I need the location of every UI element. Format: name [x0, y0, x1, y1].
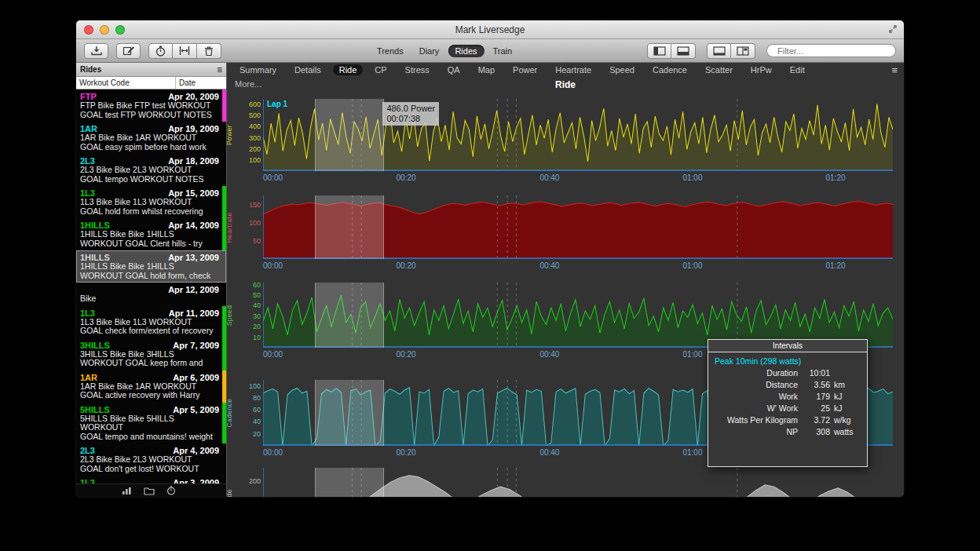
stat-value: 10:01	[802, 367, 830, 379]
tab-map[interactable]: Map	[472, 64, 501, 75]
workout-row[interactable]: 5HILLSApr 5, 20095HILLS Bike Bike 5HILLS…	[76, 403, 226, 444]
split-view-icon	[737, 46, 749, 56]
delete-activity-button[interactable]	[197, 43, 221, 59]
interval-name: Peak 10min (298 watts)	[715, 356, 861, 367]
workout-row[interactable]: 3HILLSApr 7, 20093HILLS Bike Bike 3HILLS…	[76, 338, 226, 370]
filter-field[interactable]	[766, 44, 896, 57]
filter-input[interactable]	[776, 46, 890, 57]
stopwatch-icon	[155, 46, 166, 57]
nav-trends[interactable]: Trends	[370, 45, 411, 57]
x-tick-label: 00:20	[397, 261, 416, 270]
altitude-plot[interactable]	[263, 468, 893, 497]
workout-row[interactable]: 1HILLSApr 14, 20091HILLS Bike Bike 1HILL…	[76, 218, 226, 250]
selection-region[interactable]	[315, 283, 385, 348]
selection-region[interactable]	[315, 195, 385, 259]
tab-stress[interactable]: Stress	[399, 64, 436, 75]
workout-row[interactable]: 1L3Apr 3, 2009	[76, 476, 226, 483]
heartrate-plot[interactable]	[263, 195, 893, 259]
tab-hrpw[interactable]: HrPw	[744, 64, 778, 75]
workout-row[interactable]: Apr 12, 2009Bike	[76, 283, 226, 306]
tab-summary[interactable]: Summary	[233, 64, 283, 75]
workout-row[interactable]: 1HILLSApr 13, 20091HILLS Bike Bike 1HILL…	[76, 250, 226, 283]
toggle-bottom-panel-button[interactable]	[671, 43, 696, 59]
intervals-popup[interactable]: Intervals Peak 10min (298 watts) Duratio…	[708, 339, 868, 467]
workout-row[interactable]: 2L3Apr 18, 20092L3 Bike Bike 2L3 WORKOUT…	[76, 154, 226, 186]
stat-label: Watts Per Kilogram	[715, 414, 798, 426]
folder-icon[interactable]	[144, 487, 155, 495]
y-tick-label: 60	[253, 406, 261, 414]
workout-row-header: 1ARApr 6, 2009	[80, 373, 219, 382]
tab-power[interactable]: Power	[506, 64, 543, 75]
window-title: Mark Liversedge	[76, 24, 904, 35]
stopwatch-icon[interactable]	[166, 486, 176, 495]
workout-color-strip	[222, 370, 226, 403]
fullscreen-icon[interactable]	[888, 24, 898, 34]
workout-date: Apr 3, 2009	[173, 478, 219, 483]
column-header-workout-code[interactable]: Workout Code	[76, 77, 176, 89]
toolbar-tools-group	[148, 43, 221, 59]
single-view-icon	[713, 46, 726, 56]
zoom-button[interactable]	[115, 25, 125, 35]
x-tick-label: 00:20	[397, 173, 416, 182]
workout-row[interactable]: 1ARApr 19, 20091AR Bike Bike 1AR WORKOUT…	[76, 122, 226, 154]
nav-rides[interactable]: Rides	[448, 45, 484, 57]
toggle-left-sidebar-button[interactable]	[647, 43, 671, 59]
titlebar[interactable]: Mark Liversedge	[76, 20, 904, 39]
workout-desc: 1AR Bike Bike 1AR WORKOUT GOAL easy spim…	[80, 133, 219, 151]
stopwatch-button[interactable]	[148, 43, 173, 59]
workout-row[interactable]: FTPApr 20, 2009FTP Bike Bike FTP test WO…	[76, 89, 226, 122]
workout-date: Apr 7, 2009	[173, 341, 219, 350]
tab-cadence[interactable]: Cadence	[646, 64, 693, 75]
tab-cp[interactable]: CP	[368, 64, 393, 75]
workout-desc: FTP Bike Bike FTP test WORKOUT GOAL test…	[80, 101, 219, 119]
workout-color-strip	[222, 403, 226, 444]
sidebar-title: Rides	[80, 65, 101, 74]
speed-axis-title: Speed	[227, 283, 237, 348]
tab-scatter[interactable]: Scatter	[699, 64, 739, 75]
chart-altitude: Altitude10015020000:0000:2000:4001:0001:…	[229, 468, 893, 497]
nav-diary[interactable]: Diary	[412, 45, 447, 57]
minimize-button[interactable]	[100, 25, 109, 35]
tab-qa[interactable]: QA	[441, 64, 466, 75]
single-view-button[interactable]	[707, 43, 731, 59]
interval-stat-row: Work179kJ	[715, 391, 861, 403]
split-view-button[interactable]	[731, 43, 755, 59]
sidebar-menu-icon[interactable]: ≡	[217, 66, 222, 74]
workout-list-column-headers: Workout Code Date	[76, 77, 226, 89]
y-tick-label: 400	[249, 122, 261, 130]
tabbar-menu-icon[interactable]: ≡	[891, 64, 898, 76]
speed-plot[interactable]	[263, 283, 893, 348]
power-plot[interactable]: Lap 1486.0 Power00:07:38	[263, 99, 893, 171]
column-header-date[interactable]: Date	[176, 78, 226, 87]
speed-y-axis: Speed102030405060	[229, 283, 263, 348]
intervals-popup-titlebar[interactable]: Intervals	[708, 340, 867, 352]
content-area: Rides ≡ Workout Code Date FTPApr 20, 200…	[76, 63, 904, 497]
workout-row[interactable]: 1L3Apr 15, 20091L3 Bike Bike 1L3 WORKOUT…	[76, 186, 226, 218]
tab-ride[interactable]: Ride	[333, 64, 364, 75]
chart-icon[interactable]	[122, 487, 132, 495]
download-activity-button[interactable]	[84, 43, 108, 59]
compose-activity-button[interactable]	[116, 43, 141, 59]
workout-desc: 2L3 Bike Bike 2L3 WORKOUT GOAL don't get…	[80, 455, 219, 473]
tab-speed[interactable]: Speed	[603, 64, 641, 75]
workout-row[interactable]: 1ARApr 6, 20091AR Bike Bike 1AR WORKOUT …	[76, 370, 226, 403]
x-tick-label: 00:20	[397, 350, 416, 359]
tab-heartrate[interactable]: Heartrate	[549, 64, 598, 75]
x-tick-label: 00:20	[397, 448, 416, 457]
selection-region[interactable]	[315, 468, 385, 497]
tab-edit[interactable]: Edit	[784, 64, 811, 75]
selection-region[interactable]	[315, 99, 385, 171]
ride-tabs: SummaryDetailsRideCPStressQAMapPowerHear…	[233, 64, 891, 75]
more-button[interactable]: More...	[235, 79, 261, 89]
close-button[interactable]	[84, 25, 93, 35]
workout-row[interactable]: 2L3Apr 4, 20092L3 Bike Bike 2L3 WORKOUT …	[76, 443, 226, 476]
left-panel-icon	[653, 46, 666, 56]
tab-details[interactable]: Details	[288, 64, 327, 75]
y-tick-label: 60	[253, 281, 261, 289]
workout-row[interactable]: 1L3Apr 11, 20091L3 Bike Bike 1L3 WORKOUT…	[76, 306, 226, 338]
workout-color-strip	[222, 218, 226, 250]
heartrate-y-axis: Heartrate50100150	[229, 195, 263, 259]
intervals-button[interactable]	[173, 43, 197, 59]
nav-train[interactable]: Train	[486, 45, 520, 57]
selection-region[interactable]	[315, 380, 385, 446]
